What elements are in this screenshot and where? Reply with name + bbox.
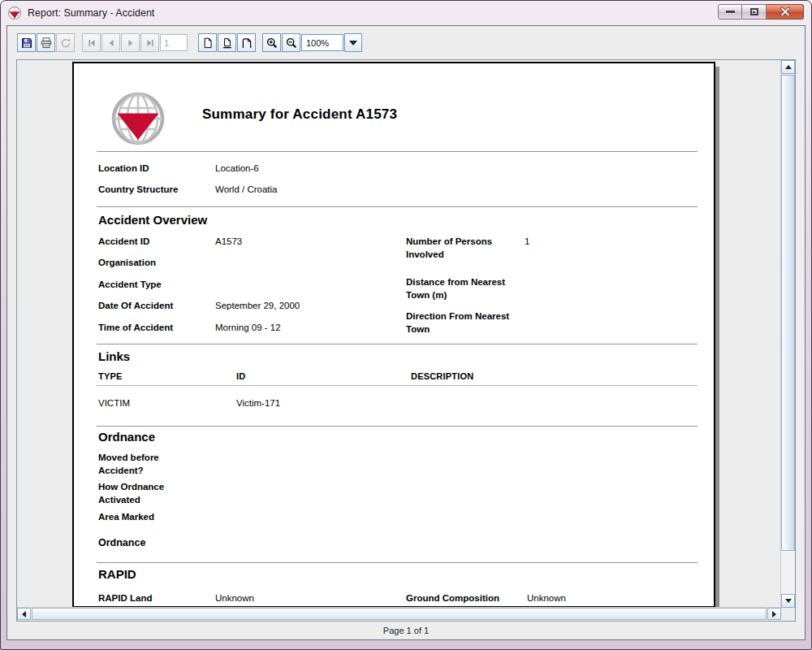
report-window: Report: Summary - Accident	[0, 0, 812, 650]
report-preview-area: Summary for Accident A1573 Location ID L…	[16, 59, 796, 622]
save-button[interactable]	[17, 33, 36, 52]
zoom-in-button[interactable]	[262, 33, 281, 52]
close-button[interactable]	[767, 4, 804, 20]
field-value: September 29, 2000	[215, 299, 300, 312]
next-page-button[interactable]	[121, 33, 140, 52]
report-document: Summary for Accident A1573 Location ID L…	[74, 63, 714, 606]
field-value: Morning 09 - 12	[215, 321, 281, 334]
print-button[interactable]	[37, 33, 55, 52]
page-nav-group	[82, 33, 188, 52]
title-bar[interactable]: Report: Summary - Accident	[1, 1, 811, 24]
section-heading-rapid: RAPID	[98, 567, 136, 581]
report-title: Summary for Accident A1573	[202, 106, 397, 123]
field-label: Direction From Nearest Town	[406, 310, 513, 336]
section-heading-links: Links	[98, 349, 130, 363]
next-page-icon	[124, 37, 137, 50]
column-header-description: DESCRIPTION	[411, 371, 473, 381]
last-page-button[interactable]	[140, 33, 159, 52]
vertical-scrollbar[interactable]	[780, 60, 795, 608]
scroll-right-icon	[772, 611, 776, 618]
continuous-page-icon	[240, 37, 253, 50]
field-label: Distance from Nearest Town (m)	[406, 275, 513, 301]
vertical-scrollbar-thumb[interactable]	[781, 75, 795, 551]
page-indicator: Page 1 of 1	[383, 626, 429, 635]
horizontal-scrollbar-thumb[interactable]	[32, 608, 767, 620]
minimize-icon	[726, 11, 735, 13]
zoom-level-field[interactable]	[301, 34, 343, 51]
page-width-button[interactable]	[218, 33, 236, 52]
app-logo-icon	[7, 6, 22, 20]
previous-page-icon	[105, 37, 118, 50]
first-page-button[interactable]	[82, 33, 101, 52]
divider	[97, 385, 698, 386]
window-title: Report: Summary - Accident	[28, 7, 154, 19]
toolbar	[7, 26, 805, 59]
whole-page-button[interactable]	[198, 33, 217, 52]
printer-icon	[40, 37, 53, 50]
floppy-disk-icon	[20, 37, 33, 50]
divider	[97, 562, 698, 563]
field-label: Accident Type	[98, 278, 162, 291]
zoom-out-button[interactable]	[282, 33, 300, 52]
column-header-type: TYPE	[98, 371, 123, 381]
report-page: Summary for Accident A1573 Location ID L…	[72, 62, 715, 608]
zoom-out-icon	[285, 37, 298, 50]
close-icon	[780, 7, 790, 16]
field-label: Time of Accident	[98, 321, 173, 334]
scroll-down-button[interactable]	[781, 594, 795, 608]
last-page-icon	[144, 37, 157, 50]
zoom-in-icon	[266, 37, 279, 50]
maximize-button[interactable]	[742, 4, 767, 20]
field-label: Moved before Accident?	[98, 451, 179, 477]
previous-page-button[interactable]	[102, 33, 120, 52]
minimize-button[interactable]	[718, 4, 742, 20]
file-button-group	[17, 33, 75, 52]
field-label: Number of Persons Involved	[406, 235, 513, 261]
field-value: 1	[525, 235, 529, 248]
page-number-field[interactable]	[160, 34, 188, 51]
field-label: Ground Composition	[406, 592, 499, 604]
divider	[97, 206, 698, 207]
page-view-group	[198, 33, 256, 52]
section-heading-ordnance: Ordnance	[98, 430, 155, 444]
first-page-icon	[85, 37, 98, 50]
scroll-up-icon	[785, 65, 792, 69]
divider	[97, 426, 698, 427]
maximize-icon	[750, 8, 758, 15]
field-label: Date Of Accident	[98, 299, 173, 312]
field-label: RAPID Land	[98, 592, 152, 604]
zoom-group	[262, 33, 362, 52]
page-width-icon	[221, 37, 234, 50]
window-controls	[718, 4, 804, 20]
continuous-page-button[interactable]	[237, 33, 256, 52]
section-heading-accident-overview: Accident Overview	[98, 213, 207, 227]
field-value: World / Croatia	[215, 183, 277, 196]
field-value: Unknown	[527, 592, 566, 604]
field-value: A1573	[215, 235, 242, 248]
column-header-id: ID	[236, 371, 245, 381]
horizontal-scrollbar[interactable]	[17, 607, 781, 621]
scroll-left-icon	[22, 611, 26, 618]
whole-page-icon	[201, 37, 214, 50]
link-id-cell: Victim-171	[236, 396, 280, 410]
zoom-dropdown-button[interactable]	[344, 33, 362, 52]
field-value: Location-6	[215, 162, 259, 175]
divider	[97, 151, 698, 152]
scroll-left-button[interactable]	[17, 608, 31, 620]
refresh-icon	[59, 37, 72, 50]
scroll-up-button[interactable]	[781, 60, 795, 74]
scroll-down-icon	[785, 599, 792, 603]
divider	[97, 344, 698, 344]
field-label: Accident ID	[98, 235, 149, 248]
field-label: Organisation	[98, 256, 156, 269]
field-label: Location ID	[98, 162, 149, 175]
globe-red-triangle-logo	[110, 90, 166, 147]
field-value: Unknown	[215, 592, 254, 604]
client-area: Summary for Accident A1573 Location ID L…	[6, 25, 806, 640]
field-label: Area Marked	[98, 510, 196, 523]
field-label: How Ordnance Activated	[98, 480, 179, 506]
link-type-cell: VICTIM	[98, 396, 130, 410]
field-label: Country Structure	[98, 183, 178, 196]
refresh-button[interactable]	[56, 33, 75, 52]
scroll-right-button[interactable]	[767, 608, 781, 620]
